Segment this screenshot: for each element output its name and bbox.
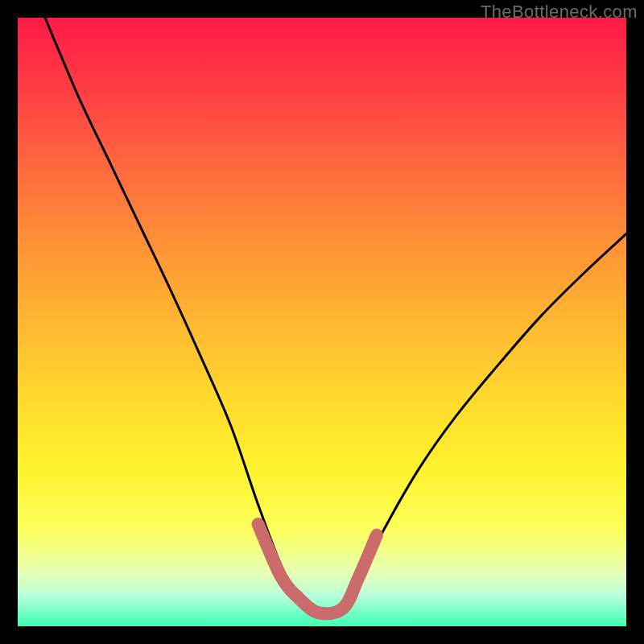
left-curve: [45, 18, 301, 599]
right-curve: [346, 233, 626, 601]
valley-highlight: [258, 524, 377, 613]
chart-svg: [18, 18, 626, 626]
watermark-text: TheBottleneck.com: [481, 2, 638, 23]
chart-area: [18, 18, 626, 626]
